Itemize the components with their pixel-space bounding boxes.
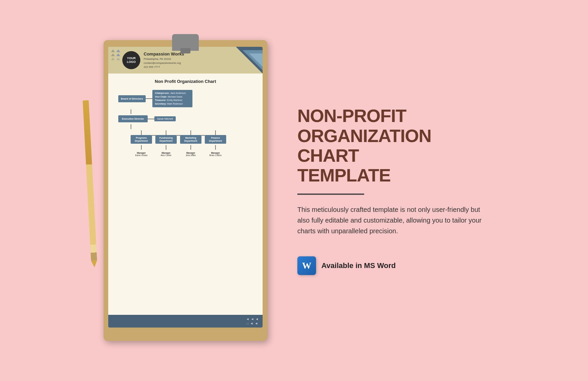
main-title: NON-PROFIT ORGANIZATION CHART TEMPLATE	[297, 106, 491, 185]
company-email: contact@compassionworks.org	[144, 61, 181, 65]
title-line3: CHART	[297, 145, 359, 165]
clipboard: YOUR LOGO Compassion Works Philadelphia,…	[104, 40, 267, 341]
title-divider	[297, 194, 364, 195]
company-phone: 222 555 7777	[144, 66, 160, 69]
secretary-label: Secretary:	[155, 103, 166, 105]
triangle-icon	[111, 49, 115, 52]
logo-text: YOUR LOGO	[122, 56, 140, 64]
pencil-decoration	[83, 100, 97, 261]
available-text: Available in MS Word	[321, 261, 396, 270]
chairperson-label: Chairperson:	[155, 92, 170, 94]
word-icon: W	[297, 256, 316, 275]
title-line4: TEMPLATE	[297, 165, 391, 185]
secretary-name: Mark Robinson	[167, 103, 183, 105]
dept-col-programs: ProgramsDepartment Manager Karen Evans	[131, 135, 152, 157]
org-chart: Board of Directors Chairperson: Jane And…	[112, 90, 259, 157]
finance-dept-box: FinanceDepartment	[205, 135, 226, 144]
connector-v-exec-dept	[131, 124, 131, 129]
connector-h-dept34	[201, 135, 205, 136]
connector-v-finance-manager	[215, 145, 216, 150]
finance-manager-name: Brian Collins	[209, 154, 222, 156]
vicechair-name: Michael Davis	[168, 96, 182, 98]
connector-v-dept4	[215, 130, 216, 135]
marketing-manager-info: Manager Jess Miller	[180, 151, 201, 157]
marketing-manager-label: Manager	[182, 152, 200, 154]
company-address: Philadelphia, PA 19102	[144, 57, 171, 60]
arrow-icon: ◄	[250, 322, 253, 325]
executive-name-box: Sarah Mitchell	[154, 116, 176, 121]
description-text: This meticulously crafted template is no…	[297, 204, 491, 236]
connector-v-programs-manager	[141, 145, 142, 150]
dept-col-finance: FinanceDepartment Manager Brian Collins	[205, 135, 226, 157]
dept-col-fundraising: FundraisingDepartment Manager Alex Carte…	[155, 135, 177, 157]
programs-manager-info: Manager Karen Evans	[131, 151, 152, 157]
clipboard-wrapper: YOUR LOGO Compassion Works Philadelphia,…	[97, 40, 271, 341]
fundraising-manager-label: Manager	[157, 152, 175, 154]
dept-col-marketing: MarketingDepartment Manager Jess Miller	[180, 135, 201, 157]
connector-v-dept3	[190, 130, 191, 135]
clipboard-paper: YOUR LOGO Compassion Works Philadelphia,…	[108, 47, 263, 328]
arrow-icon: ◄	[251, 317, 254, 321]
connector-v-dept2	[166, 130, 166, 135]
finance-manager-label: Manager	[206, 152, 225, 154]
connector-v-dept1	[141, 130, 142, 135]
arrow-icon: ◁	[246, 322, 249, 325]
board-members-box: Chairperson: Jane Anderson Vice Chair: M…	[152, 90, 192, 107]
connector-h-dept23	[177, 135, 180, 136]
triangle-icon	[111, 53, 115, 56]
marketing-dept-box: MarketingDepartment	[180, 135, 201, 144]
triangle-icon	[116, 57, 120, 60]
treasurer-name: Emily Martinez	[167, 99, 182, 101]
programs-dept-box: ProgramsDepartment	[131, 135, 152, 144]
connector-h-exec	[148, 119, 154, 119]
exec-row: Executive Director Sarah Mitchell	[112, 115, 259, 122]
title-line2: ORGANIZATION	[297, 126, 431, 146]
triangle-icon	[111, 57, 115, 60]
decorative-triangle-light	[249, 53, 263, 67]
main-container: YOUR LOGO Compassion Works Philadelphia,…	[0, 0, 588, 381]
connector-v-marketing-manager	[190, 145, 191, 150]
arrow-icon: ◄	[255, 322, 258, 325]
fundraising-manager-info: Manager Alex Carter	[156, 151, 176, 157]
executive-director-box: Executive Director	[118, 115, 148, 122]
arrow-icon: ◄	[255, 317, 259, 321]
chart-title: Non Profit Organization Chart	[112, 79, 259, 84]
company-logo: YOUR LOGO	[122, 51, 140, 69]
header-triangles-right	[229, 47, 263, 74]
board-row: Board of Directors Chairperson: Jane And…	[112, 90, 259, 107]
title-line1: NON-PROFIT	[297, 106, 406, 126]
fundraising-dept-box: FundraisingDepartment	[155, 135, 177, 144]
finance-manager-info: Manager Brian Collins	[205, 151, 226, 157]
treasurer-label: Treasurer:	[155, 99, 166, 101]
triangle-icon	[116, 49, 120, 52]
vicechair-label: Vice Chair:	[155, 96, 167, 98]
connector-v-board-exec	[131, 109, 131, 114]
word-icon-letter: W	[302, 260, 311, 271]
arrow-row-2: ◁ ◄ ◄	[246, 322, 259, 325]
marketing-manager-name: Jess Miller	[186, 154, 196, 156]
paper-content: Non Profit Organization Chart Board of D…	[108, 74, 263, 162]
connector-h-dept12	[152, 135, 155, 136]
fundraising-manager-name: Alex Carter	[161, 154, 172, 156]
arrow-icon: ◄	[246, 317, 249, 321]
board-of-directors-box: Board of Directors	[118, 95, 146, 102]
connector-v-fundraising-manager	[166, 145, 166, 150]
header-triangles-left	[111, 49, 120, 60]
footer-arrows: ◄ ◄ ◄ ◁ ◄ ◄	[246, 317, 259, 325]
connector-h	[146, 98, 152, 99]
chairperson-name: Jane Anderson	[170, 92, 186, 94]
triangle-icon	[116, 53, 120, 56]
clipboard-clip	[172, 34, 199, 51]
right-panel: NON-PROFIT ORGANIZATION CHART TEMPLATE T…	[297, 99, 491, 282]
arrow-row-1: ◄ ◄ ◄	[246, 317, 259, 321]
paper-footer: ◄ ◄ ◄ ◁ ◄ ◄	[108, 315, 263, 328]
programs-manager-name: Karen Evans	[135, 154, 147, 156]
programs-manager-label: Manager	[132, 152, 150, 154]
available-badge: W Available in MS Word	[297, 256, 491, 275]
